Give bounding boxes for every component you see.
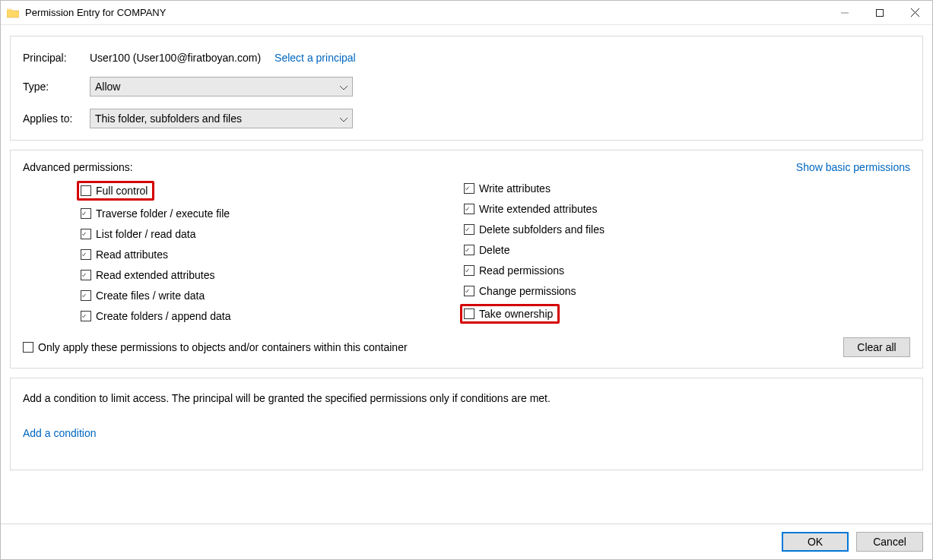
applies-dropdown[interactable]: This folder, subfolders and files <box>90 109 353 128</box>
condition-text: Add a condition to limit access. The pri… <box>23 392 910 404</box>
clear-all-label: Clear all <box>857 341 896 353</box>
permission-checkbox[interactable] <box>81 290 91 301</box>
permission-entry-dialog: Permission Entry for COMPANY Principal: … <box>0 0 933 560</box>
permission-checkbox[interactable] <box>81 229 91 239</box>
ok-label: OK <box>808 536 823 548</box>
chevron-down-icon <box>340 81 347 93</box>
type-value: Allow <box>95 81 120 93</box>
permission-checkbox[interactable] <box>81 208 91 219</box>
permission-checkbox[interactable] <box>464 286 474 296</box>
permissions-heading: Advanced permissions: <box>23 161 133 173</box>
cancel-button[interactable]: Cancel <box>856 532 923 552</box>
permission-item: Write attributes <box>464 181 605 196</box>
permission-item: Delete subfolders and files <box>464 222 605 237</box>
permission-item: Create folders / append data <box>81 308 464 324</box>
permission-label: Traverse folder / execute file <box>96 207 230 220</box>
title-bar: Permission Entry for COMPANY <box>1 1 932 25</box>
cancel-label: Cancel <box>873 536 906 548</box>
applies-label: Applies to: <box>23 112 90 125</box>
principal-value: User100 (User100@firatboyan.com) <box>90 52 261 64</box>
permission-label: Read extended attributes <box>96 269 214 281</box>
add-condition-link[interactable]: Add a condition <box>23 427 910 439</box>
permission-checkbox[interactable] <box>464 308 474 319</box>
principal-label: Principal: <box>23 52 90 64</box>
permission-item: Write extended attributes <box>464 201 605 217</box>
maximize-button[interactable] <box>862 1 897 24</box>
select-principal-link[interactable]: Select a principal <box>275 52 356 64</box>
permission-item: Create files / write data <box>81 288 464 303</box>
permissions-column-right: Write attributesWrite extended attribute… <box>464 181 605 324</box>
permission-label: Full control <box>96 185 148 197</box>
applies-value: This folder, subfolders and files <box>95 112 242 125</box>
permissions-panel: Advanced permissions: Show basic permiss… <box>10 150 923 369</box>
permission-label: Write attributes <box>479 182 551 195</box>
type-dropdown[interactable]: Allow <box>90 77 353 96</box>
permission-label: Create files / write data <box>96 289 205 302</box>
permission-checkbox[interactable] <box>464 204 474 214</box>
permission-label: Delete subfolders and files <box>479 223 605 236</box>
minimize-button[interactable] <box>827 1 862 24</box>
permission-item: Full control <box>77 181 154 201</box>
principal-panel: Principal: User100 (User100@firatboyan.c… <box>10 36 923 141</box>
permission-label: List folder / read data <box>96 228 196 240</box>
permission-item: Take ownership <box>460 304 560 324</box>
permission-checkbox[interactable] <box>464 183 474 194</box>
type-label: Type: <box>23 81 90 93</box>
permission-item: Traverse folder / execute file <box>81 206 464 221</box>
dialog-footer: OK Cancel <box>1 524 932 559</box>
chevron-down-icon <box>340 112 347 125</box>
svg-rect-1 <box>877 9 884 16</box>
permissions-column-left: Full controlTraverse folder / execute fi… <box>81 181 464 324</box>
permission-label: Read attributes <box>96 248 168 261</box>
permission-checkbox[interactable] <box>81 185 91 196</box>
permission-item: Change permissions <box>464 283 605 299</box>
only-apply-checkbox[interactable] <box>23 342 33 353</box>
permission-checkbox[interactable] <box>81 311 91 321</box>
permission-label: Create folders / append data <box>96 310 230 322</box>
permission-item: Read permissions <box>464 263 605 278</box>
condition-panel: Add a condition to limit access. The pri… <box>10 378 923 470</box>
permission-label: Delete <box>479 244 509 256</box>
ok-button[interactable]: OK <box>782 532 849 552</box>
window-title: Permission Entry for COMPANY <box>25 7 166 18</box>
window-controls <box>827 1 932 24</box>
close-button[interactable] <box>897 1 932 24</box>
permission-label: Write extended attributes <box>479 203 597 215</box>
permission-item: Read extended attributes <box>81 267 464 283</box>
permission-item: Read attributes <box>81 247 464 262</box>
permission-checkbox[interactable] <box>464 265 474 276</box>
clear-all-button[interactable]: Clear all <box>843 337 910 357</box>
permission-checkbox[interactable] <box>81 249 91 260</box>
permission-label: Take ownership <box>479 308 553 320</box>
permission-item: Delete <box>464 242 605 258</box>
only-apply-label: Only apply these permissions to objects … <box>38 341 408 353</box>
permission-checkbox[interactable] <box>464 224 474 235</box>
permission-checkbox[interactable] <box>81 270 91 280</box>
permission-item: List folder / read data <box>81 226 464 242</box>
show-basic-permissions-link[interactable]: Show basic permissions <box>796 161 910 173</box>
permission-label: Change permissions <box>479 285 576 297</box>
permission-label: Read permissions <box>479 264 564 277</box>
folder-icon <box>7 8 19 18</box>
permission-checkbox[interactable] <box>464 245 474 255</box>
